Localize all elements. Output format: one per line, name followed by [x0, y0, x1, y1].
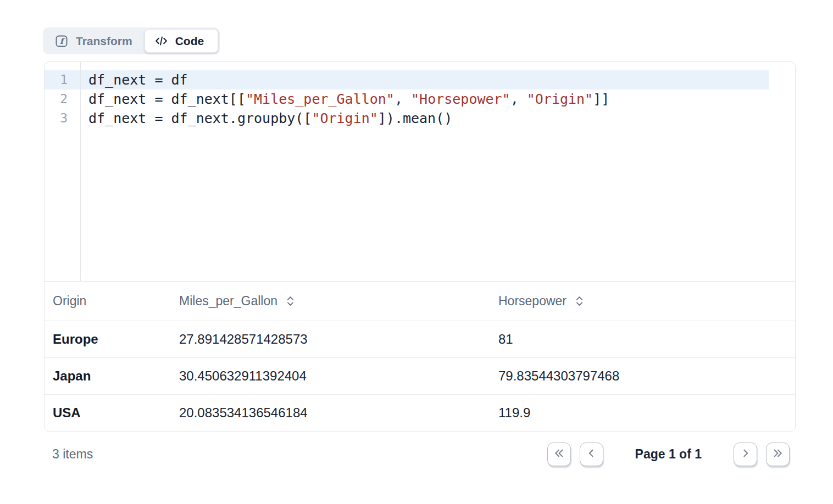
- tab-code-label: Code: [175, 35, 204, 48]
- cell-horsepower: 81: [498, 332, 795, 347]
- table-row[interactable]: Europe 27.891428571428573 81: [45, 321, 795, 358]
- code-line[interactable]: 2 df_next = df_next[["Miles_per_Gallon",…: [45, 89, 795, 109]
- line-number: 2: [45, 89, 81, 109]
- view-toggle: f Transform Code: [43, 27, 220, 54]
- pagination: Page 1 of 1: [547, 443, 796, 466]
- chevron-double-left-icon: [553, 447, 565, 461]
- cell-horsepower: 119.9: [498, 405, 795, 421]
- column-header-miles-per-gallon[interactable]: Miles_per_Gallon: [179, 294, 498, 309]
- cell-miles-per-gallon: 20.083534136546184: [179, 405, 498, 421]
- table-footer: 3 items Page 1 of 1: [44, 439, 796, 469]
- tab-transform-label: Transform: [76, 35, 132, 48]
- line-number: 1: [45, 70, 81, 89]
- svg-text:f: f: [60, 36, 65, 45]
- last-page-button[interactable]: [766, 443, 790, 466]
- cell-origin: USA: [45, 405, 179, 421]
- previous-page-button[interactable]: [580, 443, 603, 466]
- cell-miles-per-gallon: 27.891428571428573: [179, 332, 498, 347]
- cell-origin: Europe: [45, 332, 179, 347]
- cell-origin: Japan: [45, 368, 179, 384]
- code-line-text: df_next = df: [81, 70, 188, 89]
- chevron-left-icon: [586, 447, 597, 461]
- items-count: 3 items: [44, 447, 93, 462]
- chevron-double-right-icon: [772, 447, 784, 461]
- line-number: 3: [45, 109, 81, 128]
- tab-code[interactable]: Code: [145, 29, 219, 53]
- table-row[interactable]: Japan 30.450632911392404 79.835443037974…: [45, 358, 795, 395]
- code-brackets-icon: [154, 34, 168, 48]
- code-editor[interactable]: 1 df_next = df 2 df_next = df_next[["Mil…: [45, 62, 795, 282]
- chevron-right-icon: [740, 447, 751, 461]
- code-line[interactable]: 1 df_next = df: [45, 70, 769, 89]
- page-indicator: Page 1 of 1: [635, 447, 702, 462]
- code-line[interactable]: 3 df_next = df_next.groupby(["Origin"]).…: [45, 109, 795, 128]
- column-header-origin[interactable]: Origin: [45, 294, 179, 309]
- column-header-horsepower[interactable]: Horsepower: [498, 294, 795, 309]
- sort-icon[interactable]: [286, 295, 295, 307]
- function-square-icon: f: [54, 34, 69, 48]
- tab-transform[interactable]: f Transform: [45, 29, 145, 53]
- cell-horsepower: 79.83544303797468: [498, 368, 795, 384]
- table-row[interactable]: USA 20.083534136546184 119.9: [45, 395, 795, 431]
- table-header-row: Origin Miles_per_Gallon Horsepower: [45, 282, 795, 321]
- cell-miles-per-gallon: 30.450632911392404: [179, 368, 498, 384]
- code-line-text: df_next = df_next.groupby(["Origin"]).me…: [81, 109, 452, 128]
- next-page-button[interactable]: [734, 443, 757, 466]
- code-line-text: df_next = df_next[["Miles_per_Gallon", "…: [81, 89, 609, 109]
- content-card: 1 df_next = df 2 df_next = df_next[["Mil…: [44, 61, 796, 432]
- sort-icon[interactable]: [575, 295, 584, 307]
- first-page-button[interactable]: [547, 443, 571, 466]
